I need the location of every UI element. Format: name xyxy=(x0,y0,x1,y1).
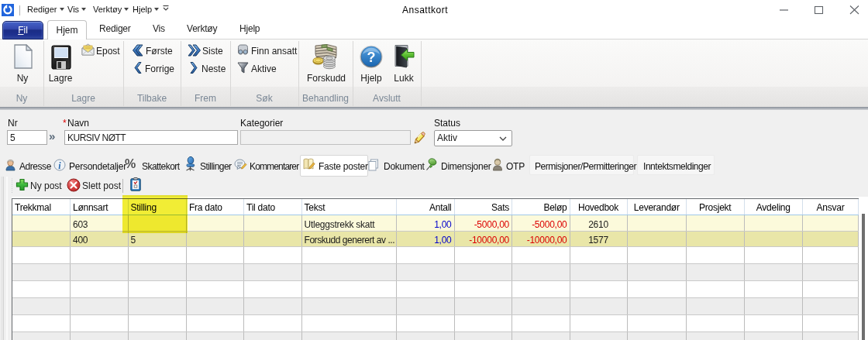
svg-text:?: ? xyxy=(367,50,376,65)
